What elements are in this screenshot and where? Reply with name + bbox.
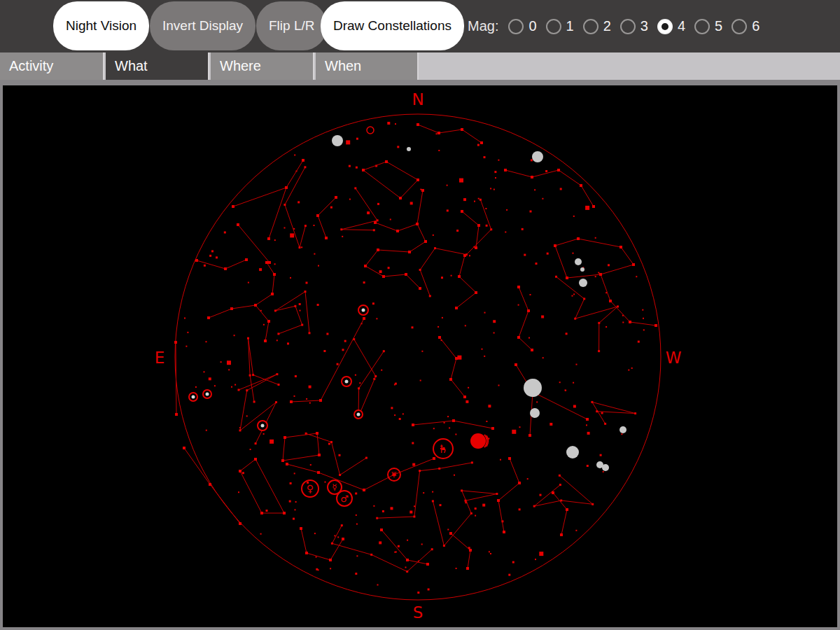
star	[306, 282, 308, 284]
star	[591, 401, 593, 403]
gray-object	[532, 151, 543, 162]
star	[344, 340, 346, 342]
star	[585, 206, 589, 210]
star	[451, 275, 452, 276]
radio-icon[interactable]	[732, 19, 747, 34]
star	[355, 573, 357, 575]
radio-icon[interactable]	[546, 19, 561, 34]
star	[434, 247, 436, 249]
tab-activity[interactable]: Activity	[0, 52, 104, 80]
star	[531, 176, 533, 178]
star	[469, 549, 472, 552]
star	[250, 449, 251, 450]
star	[622, 322, 624, 323]
star	[482, 349, 483, 350]
star	[330, 441, 332, 443]
star	[406, 570, 408, 573]
star	[286, 463, 288, 465]
radio-icon[interactable]	[508, 19, 524, 34]
star	[249, 374, 251, 377]
constellation-line	[505, 170, 594, 206]
mag-radio-1[interactable]: 1	[546, 18, 574, 34]
star	[305, 552, 308, 554]
star	[260, 512, 263, 514]
star	[228, 369, 230, 370]
star	[654, 324, 657, 327]
star	[395, 123, 396, 125]
star	[531, 159, 533, 161]
star	[519, 426, 521, 428]
star	[285, 186, 288, 189]
draw-constellations-button[interactable]: Draw Constellations	[321, 1, 464, 50]
star	[586, 418, 589, 421]
radio-icon[interactable]	[694, 19, 710, 34]
radio-icon[interactable]	[583, 19, 598, 34]
star	[342, 538, 344, 540]
tab-what[interactable]: What	[106, 52, 209, 80]
mag-radio-6[interactable]: 6	[732, 18, 760, 34]
star	[267, 320, 270, 323]
flip-lr-button[interactable]: Flip L/R	[256, 1, 327, 50]
star	[253, 401, 255, 403]
star	[518, 304, 519, 306]
star	[617, 305, 619, 307]
star	[356, 167, 358, 169]
bright-star-core	[206, 393, 209, 396]
radio-icon[interactable]	[620, 19, 636, 34]
star	[573, 405, 576, 408]
star	[449, 378, 452, 381]
star	[209, 377, 211, 380]
star	[363, 317, 365, 320]
star	[572, 295, 573, 297]
night-vision-button[interactable]: Night Vision	[53, 1, 149, 50]
star	[574, 318, 576, 320]
tab-when[interactable]: When	[316, 52, 419, 80]
mag-radio-2[interactable]: 2	[583, 18, 611, 34]
star	[335, 196, 337, 199]
star	[265, 261, 268, 264]
constellation-line	[318, 197, 336, 238]
star	[500, 459, 501, 461]
star	[306, 398, 307, 400]
star	[325, 482, 326, 483]
star	[456, 230, 458, 232]
star	[493, 332, 495, 334]
star	[573, 216, 575, 217]
star	[443, 545, 445, 547]
star	[598, 322, 600, 324]
star	[433, 234, 434, 236]
constellation-line	[269, 188, 286, 239]
star	[406, 559, 409, 561]
star	[354, 187, 356, 189]
radio-icon[interactable]	[657, 19, 673, 34]
star	[349, 199, 351, 200]
star	[363, 489, 365, 491]
mag-radio-3[interactable]: 3	[620, 18, 648, 34]
mag-radio-0[interactable]: 0	[508, 18, 536, 34]
star	[421, 351, 423, 352]
star	[573, 382, 574, 384]
star	[463, 396, 466, 398]
star	[362, 169, 365, 172]
mag-radio-5[interactable]: 5	[694, 18, 722, 34]
star	[227, 360, 231, 365]
star	[573, 253, 574, 254]
star	[471, 461, 473, 463]
star	[474, 201, 475, 202]
star	[396, 230, 399, 232]
star	[238, 491, 239, 493]
gray-object	[332, 135, 343, 146]
star	[408, 251, 411, 253]
star	[268, 261, 271, 264]
open-circle-marker	[367, 127, 374, 134]
sky-chart[interactable]: ♄♀☿♂♅NSEW	[3, 85, 837, 627]
star	[493, 189, 495, 190]
mag-radio-4[interactable]: 4	[657, 18, 685, 34]
tab-where[interactable]: Where	[211, 52, 314, 80]
star	[491, 427, 494, 430]
star	[596, 410, 598, 412]
star	[367, 211, 370, 214]
star	[530, 211, 532, 213]
invert-display-button[interactable]: Invert Display	[150, 1, 255, 50]
star	[349, 165, 351, 167]
